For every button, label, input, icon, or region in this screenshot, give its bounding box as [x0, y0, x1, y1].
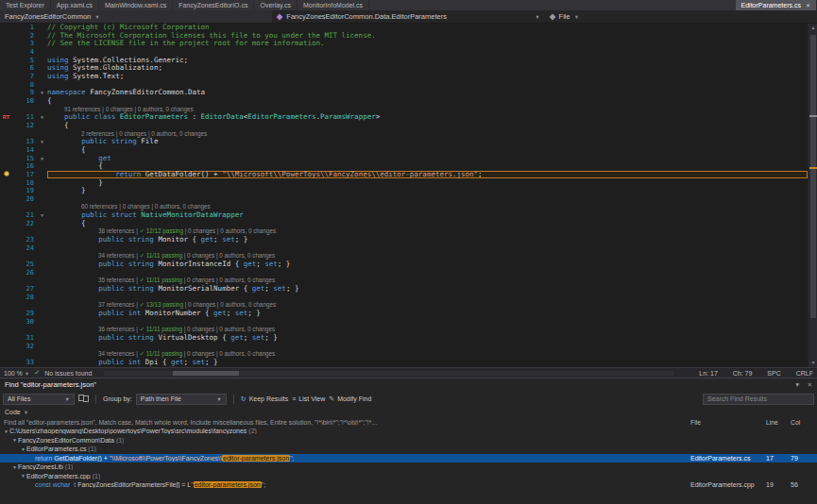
horizontal-scrollbar[interactable] [104, 371, 673, 376]
fold-icon[interactable]: ▼ [37, 138, 47, 146]
expander-icon[interactable]: ▼ [20, 446, 26, 452]
code-line[interactable]: 12 { [0, 122, 808, 130]
code-line[interactable]: 23 public string Monitor { get; set; } [0, 236, 808, 244]
fold-icon[interactable]: ▼ [37, 155, 47, 163]
code-text: public int Dpi { get; set; } [47, 359, 808, 367]
copy-results-button[interactable] [78, 395, 89, 402]
column-header-line[interactable]: Line [766, 419, 791, 426]
code-line[interactable]: 25 public string MonitorInstanceId { get… [0, 260, 808, 269]
codelens-row[interactable]: 34 references | ✓ 11/11 passing | 0 chan… [0, 350, 808, 359]
find-match-row[interactable]: const wchar_t FancyZonesEditorParameters… [0, 480, 817, 490]
find-file[interactable]: ▼EditorParameters.cpp (1) [0, 472, 817, 481]
tab-overlay-cs[interactable]: Overlay.cs [254, 0, 298, 10]
code-line[interactable]: 17 return GetDataFolder() + "\\Microsoft… [0, 171, 808, 179]
keep-results-button[interactable]: ↻ Keep Results [241, 395, 289, 403]
code-line[interactable]: 8 [0, 81, 808, 90]
close-icon[interactable]: ✕ [806, 2, 810, 8]
type-dropdown[interactable]: FancyZonesEditorCommon.Data.EditorParame… [272, 10, 544, 23]
list-view-button[interactable]: ≡ List View [292, 395, 325, 402]
scope-dropdown[interactable]: All Files ▼ [3, 394, 75, 405]
codelens-row[interactable]: 91 references | 0 changes | 0 authors, 0… [0, 106, 808, 114]
tab-monitorinfomodel-cs[interactable]: MonitorInfoModel.cs [298, 0, 369, 10]
code-text: public class EditorParameters : EditorDa… [47, 113, 808, 122]
code-line[interactable]: 21▼ public struct NativeMonitorDataWrapp… [0, 211, 808, 220]
code-line[interactable]: 32 [0, 343, 808, 351]
code-line[interactable]: 2// The Microsoft Corporation licenses t… [0, 32, 808, 41]
code-line[interactable]: 4 [0, 48, 808, 57]
code-line[interactable]: 14 { [0, 146, 808, 155]
scrollbar-thumb[interactable] [173, 371, 239, 376]
tab-app-xaml-cs[interactable]: App.xaml.cs [51, 0, 99, 10]
modify-find-button[interactable]: ✎ Modify Find [329, 395, 371, 403]
expander-icon[interactable]: ▼ [3, 428, 9, 434]
code-line[interactable]: 10{ [0, 97, 808, 106]
tab-editorparameters[interactable]: EditorParameters.cs ✕ [736, 0, 817, 10]
code-line[interactable]: 16 { [0, 162, 808, 171]
code-line[interactable]: 13▼ public string File [0, 138, 808, 146]
fold-icon[interactable]: ▼ [37, 113, 47, 122]
member-dropdown[interactable]: File ▼ [545, 10, 817, 23]
code-line[interactable]: 31 public string VirtualDesktop { get; s… [0, 334, 808, 343]
column-header-file[interactable]: File [690, 419, 766, 426]
code-line[interactable]: 9▼namespace FancyZonesEditorCommon.Data [0, 89, 808, 97]
code-filter[interactable]: Code ▼ [0, 407, 817, 417]
find-folder[interactable]: ▼FancyZonesEditorCommon\Data (1) [0, 436, 817, 445]
code-line[interactable]: 7using System.Text; [0, 73, 808, 81]
lightbulb-icon[interactable] [4, 171, 9, 176]
close-icon[interactable]: ✕ [808, 381, 812, 389]
codelens-row[interactable]: 37 references | ✓ 13/13 passing | 0 chan… [0, 301, 808, 310]
code-line[interactable]: 22 { [0, 220, 808, 228]
column-header-col[interactable]: Col [791, 419, 813, 426]
codelens-row[interactable]: 36 references | ✓ 11/11 passing | 0 chan… [0, 326, 808, 334]
tab-test-explorer[interactable]: Test Explorer [0, 0, 51, 10]
codelens-row[interactable]: 60 references | 0 changes | 0 authors, 0… [0, 203, 808, 211]
find-match-row[interactable]: return GetDataFolder() + "\\Microsoft\\P… [0, 454, 817, 463]
tab-mainwindow-xaml-cs[interactable]: MainWindow.xaml.cs [99, 0, 173, 10]
codelens-row[interactable]: 34 references | ✓ 11/11 passing | 0 chan… [0, 252, 808, 260]
code-line[interactable]: RT11▼ public class EditorParameters : Ed… [0, 113, 808, 122]
code-line[interactable]: 20 [0, 195, 808, 204]
code-line[interactable]: 18 } [0, 178, 808, 187]
expander-icon[interactable]: ▼ [11, 437, 18, 443]
vertical-scrollbar[interactable]: ▲ ▼ [808, 24, 817, 367]
find-root-path[interactable]: ▼C:\Users\zhaopengwang\Desktop\powertoys… [0, 427, 817, 436]
code-line[interactable]: 1// Copyright (c) Microsoft Corporation [0, 24, 808, 32]
find-folder[interactable]: ▼FancyZonesLib (1) [0, 462, 817, 472]
code-editor[interactable]: 1// Copyright (c) Microsoft Corporation2… [0, 24, 817, 367]
group-by-dropdown[interactable]: Path then File ▼ [136, 394, 227, 405]
space-mode-indicator[interactable]: SPC [767, 370, 780, 377]
eol-indicator[interactable]: CRLF [796, 370, 813, 377]
fold-icon[interactable]: ▼ [37, 211, 47, 220]
results-column-headers[interactable]: File Line Col [690, 417, 813, 427]
expander-icon[interactable]: ▼ [11, 464, 18, 470]
code-line[interactable]: 26 [0, 269, 808, 277]
code-line[interactable]: 29 public int MonitorNumber { get; set; … [0, 310, 808, 318]
code-line[interactable]: 19 } [0, 187, 808, 195]
scroll-down-icon[interactable]: ▼ [808, 359, 817, 367]
codelens-row[interactable]: 38 references | ✓ 12/12 passing | 0 chan… [0, 227, 808, 236]
code-line[interactable]: 6using System.Globalization; [0, 64, 808, 73]
expander-icon[interactable]: ▼ [20, 473, 26, 479]
tab-fancyzoneseditorio-cs[interactable]: FancyZonesEditorIO.cs [173, 0, 254, 10]
code-line[interactable]: 30 [0, 318, 808, 327]
code-line[interactable]: 27 public string MonitorSerialNumber { g… [0, 285, 808, 294]
code-line[interactable]: 28 [0, 294, 808, 302]
code-line[interactable]: 3// See the LICENSE file in the project … [0, 40, 808, 48]
window-position-icon[interactable]: ▼ [794, 381, 800, 389]
zoom-control[interactable]: 100 % ▼ [4, 370, 29, 377]
codelens-row[interactable]: 35 references | ✓ 11/11 passing | 0 chan… [0, 277, 808, 285]
project-dropdown[interactable]: FancyZonesEditorCommon ▼ [0, 10, 272, 23]
scroll-up-icon[interactable]: ▲ [808, 24, 817, 32]
find-file[interactable]: ▼EditorParameters.cs (1) [0, 445, 817, 454]
codelens-row[interactable]: 2 references | 0 changes | 0 authors, 0 … [0, 130, 808, 139]
code-line[interactable]: 33 public int Dpi { get; set; } [0, 359, 808, 367]
scrollbar-thumb[interactable] [810, 35, 816, 318]
search-find-results-input[interactable] [703, 394, 814, 405]
code-line[interactable]: 15▼ get [0, 155, 808, 163]
code-line[interactable]: 5using System.Collections.Generic; [0, 57, 808, 65]
code-line[interactable]: 24 [0, 244, 808, 253]
chevron-down-icon: ▼ [535, 14, 539, 20]
fold-icon[interactable]: ▼ [37, 89, 47, 97]
health-status[interactable]: No issues found [44, 370, 92, 377]
code-text: } [47, 187, 808, 195]
